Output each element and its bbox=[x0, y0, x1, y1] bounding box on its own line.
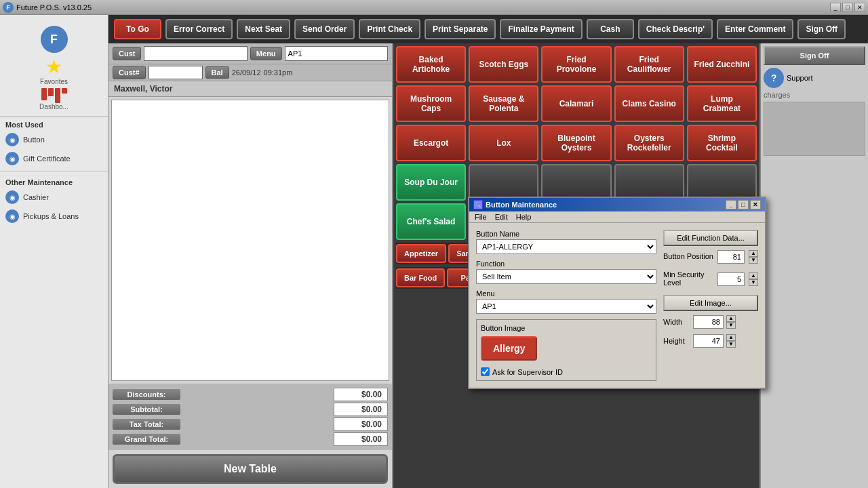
btn-position-down[interactable]: ▼ bbox=[749, 257, 758, 264]
support-label: Support bbox=[787, 74, 813, 82]
discounts-row: Discounts: $0.00 bbox=[113, 388, 388, 401]
gray-btn-1[interactable] bbox=[469, 164, 538, 201]
fried-provolone-btn[interactable]: Fried Provolone bbox=[541, 46, 611, 83]
bluepoint-oysters-btn[interactable]: Bluepoint Oysters bbox=[541, 125, 611, 161]
sign-off-panel-button[interactable]: Sign Off bbox=[764, 46, 865, 65]
dialog-menu-file[interactable]: File bbox=[475, 213, 487, 221]
min-security-up[interactable]: ▲ bbox=[749, 272, 758, 279]
dialog-right-panel: Edit Function Data... Button Position ▲ … bbox=[663, 230, 758, 381]
menu-row-3: Escargot Lox Bluepoint Oysters Oysters R… bbox=[396, 125, 757, 161]
pickups-icon: ◉ bbox=[5, 209, 19, 223]
edit-function-btn[interactable]: Edit Function Data... bbox=[663, 230, 758, 246]
new-table-button[interactable]: New Table bbox=[113, 454, 388, 484]
menu-select[interactable]: AP1 bbox=[476, 299, 656, 314]
print-separate-button[interactable]: Print Separate bbox=[425, 19, 496, 39]
ask-supervisor-checkbox[interactable] bbox=[481, 367, 490, 376]
allergy-button[interactable]: Allergy bbox=[481, 336, 537, 361]
escargot-btn[interactable]: Escargot bbox=[396, 125, 466, 161]
function-label: Function bbox=[476, 260, 656, 268]
send-order-button[interactable]: Send Order bbox=[294, 19, 355, 39]
tax-label: Tax Total: bbox=[113, 419, 180, 430]
app-logo: F bbox=[41, 26, 68, 53]
dashboard-bars bbox=[41, 88, 67, 103]
next-seat-button[interactable]: Next Seat bbox=[237, 19, 290, 39]
button-image-label: Button Image bbox=[481, 324, 652, 332]
chefs-salad-btn[interactable]: Chef's Salad bbox=[396, 203, 466, 240]
gray-btn-2[interactable] bbox=[541, 164, 611, 201]
width-down[interactable]: ▼ bbox=[726, 322, 736, 329]
button-maintenance-dialog[interactable]: 🔧 Button Maintenance _ □ ✕ File Edit Hel… bbox=[468, 197, 766, 389]
other-maintenance-header: Other Maintenance bbox=[0, 174, 108, 188]
print-check-button[interactable]: Print Check bbox=[359, 19, 420, 39]
fried-zucchini-btn[interactable]: Fried Zucchini bbox=[687, 46, 757, 83]
cash-button[interactable]: Cash bbox=[587, 19, 634, 39]
minimize-btn[interactable]: _ bbox=[830, 3, 841, 12]
gray-btn-3[interactable] bbox=[614, 164, 684, 201]
clams-casino-btn[interactable]: Clams Casino bbox=[614, 85, 684, 122]
scotch-eggs-btn[interactable]: Scotch Eggs bbox=[469, 46, 538, 83]
height-spinners: ▲ ▼ bbox=[726, 334, 736, 348]
sign-off-button[interactable]: Sign Off bbox=[797, 19, 846, 39]
oysters-rockefeller-btn[interactable]: Oysters Rockefeller bbox=[614, 125, 684, 161]
height-up[interactable]: ▲ bbox=[726, 334, 736, 341]
app-title: Future P.O.S. v13.0.25 bbox=[16, 3, 92, 12]
ask-supervisor-group: Ask for Supervisor ID bbox=[481, 367, 652, 376]
favorites-star: ★ bbox=[45, 56, 62, 78]
mushroom-caps-btn[interactable]: Mushroom Caps bbox=[396, 85, 466, 122]
close-btn[interactable]: ✕ bbox=[854, 3, 865, 12]
width-up[interactable]: ▲ bbox=[726, 315, 736, 322]
sidebar-item-button[interactable]: ◉ Button bbox=[0, 130, 108, 149]
to-go-button[interactable]: To Go bbox=[114, 19, 161, 39]
soup-du-jour-btn[interactable]: Soup Du Jour bbox=[396, 164, 466, 201]
sidebar-item-cashier[interactable]: ◉ Cashier bbox=[0, 188, 108, 207]
enter-comment-button[interactable]: Enter Comment bbox=[717, 19, 793, 39]
cust-name-input[interactable] bbox=[144, 46, 247, 61]
dialog-close-btn[interactable]: ✕ bbox=[750, 200, 761, 209]
sidebar-item-gift-cert[interactable]: ◉ Gift Certificate bbox=[0, 149, 108, 168]
function-select[interactable]: Sell Item bbox=[476, 269, 656, 284]
menu-value-input[interactable] bbox=[285, 46, 388, 61]
cust-button[interactable]: Cust bbox=[113, 47, 141, 60]
order-header: Cust Menu bbox=[108, 43, 392, 64]
baked-artichoke-btn[interactable]: Baked Artichoke bbox=[396, 46, 466, 83]
order-totals: Discounts: $0.00 Subtotal: $0.00 Tax Tot… bbox=[108, 384, 392, 450]
height-down[interactable]: ▼ bbox=[726, 341, 736, 348]
subtotal-row: Subtotal: $0.00 bbox=[113, 403, 388, 416]
button-name-group: Button Name AP1-ALLERGY bbox=[476, 230, 656, 254]
cust-num-input[interactable] bbox=[149, 66, 203, 79]
dialog-menu-edit[interactable]: Edit bbox=[495, 213, 508, 221]
shrimp-cocktail-btn[interactable]: Shrimp Cocktail bbox=[687, 125, 757, 161]
dialog-left-panel: Button Name AP1-ALLERGY Function Sell It… bbox=[476, 230, 656, 381]
height-input[interactable] bbox=[693, 334, 724, 348]
sidebar-item-pickups[interactable]: ◉ Pickups & Loans bbox=[0, 207, 108, 226]
min-security-down[interactable]: ▼ bbox=[749, 279, 758, 286]
button-name-select[interactable]: AP1-ALLERGY bbox=[476, 239, 656, 254]
bal-button[interactable]: Bal bbox=[205, 66, 229, 79]
edit-image-btn[interactable]: Edit Image... bbox=[663, 295, 758, 311]
dialog-menu-help[interactable]: Help bbox=[516, 213, 532, 221]
dialog-maximize-btn[interactable]: □ bbox=[738, 200, 749, 209]
order-panel: Cust Menu Cust# Bal 26/09/12 09:31pm Max… bbox=[108, 43, 393, 488]
sausage-polenta-btn[interactable]: Sausage & Polenta bbox=[469, 85, 538, 122]
menu-button[interactable]: Menu bbox=[250, 47, 282, 60]
check-descrip-button[interactable]: Check Descrip' bbox=[638, 19, 713, 39]
width-input[interactable] bbox=[693, 315, 724, 329]
calamari-btn[interactable]: Calamari bbox=[541, 85, 611, 122]
min-security-input[interactable] bbox=[717, 272, 745, 286]
finalize-payment-button[interactable]: Finalize Payment bbox=[500, 19, 582, 39]
gray-btn-4[interactable] bbox=[687, 164, 757, 201]
tab-appetizer[interactable]: Appetizer bbox=[396, 244, 446, 263]
width-spinners: ▲ ▼ bbox=[726, 315, 736, 329]
btn-position-input[interactable] bbox=[717, 250, 745, 264]
lump-crabmeat-btn[interactable]: Lump Crabmeat bbox=[687, 85, 757, 122]
maximize-btn[interactable]: □ bbox=[842, 3, 853, 12]
cust-num-button[interactable]: Cust# bbox=[113, 66, 146, 79]
btn-position-up[interactable]: ▲ bbox=[749, 250, 758, 257]
dialog-minimize-btn[interactable]: _ bbox=[726, 200, 736, 209]
tab-bar-food[interactable]: Bar Food bbox=[396, 268, 445, 287]
error-correct-button[interactable]: Error Correct bbox=[165, 19, 233, 39]
right-panel-image bbox=[764, 102, 865, 156]
lox-btn[interactable]: Lox bbox=[469, 125, 538, 161]
grand-value: $0.00 bbox=[334, 432, 388, 446]
fried-cauliflower-btn[interactable]: Fried Cauliflower bbox=[614, 46, 684, 83]
